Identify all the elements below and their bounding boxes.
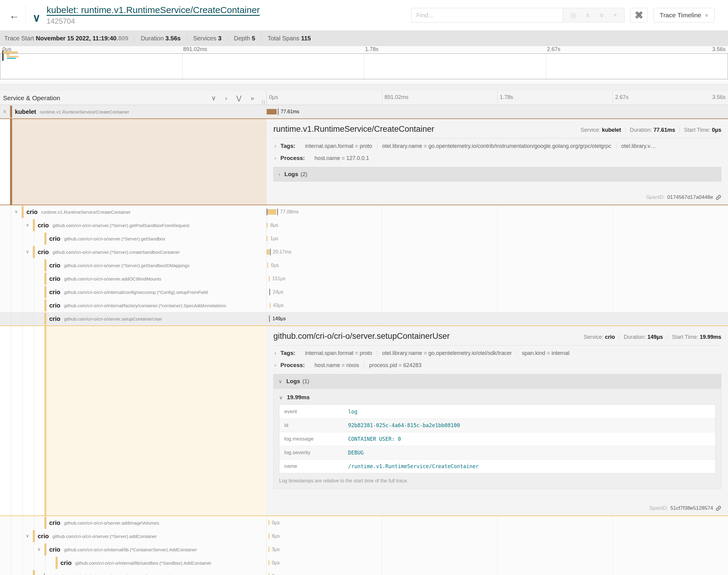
chevron-down-icon[interactable]: ∨: [26, 222, 29, 228]
log-marker: [269, 289, 270, 295]
span-timeline-cell[interactable]: 8μs: [267, 218, 728, 232]
next-match-icon[interactable]: ∨: [599, 11, 604, 19]
column-resize-handle[interactable]: [262, 100, 265, 104]
service-color-bar: [56, 557, 58, 569]
span-row[interactable]: crio github.com/cri-o/cri-o/server.addOC…: [0, 272, 728, 285]
chevron-down-icon[interactable]: ∨: [26, 249, 29, 255]
span-bar[interactable]: [268, 533, 269, 539]
span-timeline-cell[interactable]: 20.17ms: [267, 245, 728, 259]
span-row[interactable]: ∨ crio github.com/cri-o/cri-o/internal/l…: [0, 543, 728, 556]
span-row[interactable]: ∨ crio github.com/cri-o/cri-o/server.(*S…: [0, 530, 728, 543]
span-row-setupcontaineruser[interactable]: crio github.com/cri-o/cri-o/server.setup…: [0, 312, 728, 326]
span-row[interactable]: ∨ crio runtime.v1.RuntimeService/CreateC…: [0, 205, 728, 218]
service-operation-header: Service & Operation ∨ › ⋁ »: [0, 91, 267, 105]
find-input[interactable]: [411, 8, 563, 23]
span-duration: 0μs: [272, 573, 280, 575]
span-row[interactable]: crio github.com/cri-o/cri-o/server.(*Ser…: [0, 232, 728, 245]
span-bar[interactable]: [267, 223, 268, 228]
logs-section[interactable]: ∨ Logs (1): [273, 374, 721, 388]
span-bar[interactable]: [268, 573, 269, 575]
minimap-span: [7, 56, 19, 57]
operation-name: github.com/cri-o/cri-o/server.addOCIBind…: [64, 276, 161, 281]
service-color-bar: [44, 313, 46, 325]
log-marker: [269, 315, 270, 322]
span-row[interactable]: crio github.com/cri-o/cri-o/internal/fac…: [0, 299, 728, 312]
service-name: crio: [38, 249, 49, 256]
prev-match-icon[interactable]: ∧: [585, 11, 590, 19]
collapse-all-icon[interactable]: ⋁: [236, 94, 241, 102]
span-row-kubelet-createcontainer[interactable]: ∨ kubelet runtime.v1.RuntimeService/Crea…: [0, 105, 728, 119]
expand-one-icon[interactable]: ›: [225, 94, 227, 102]
trace-title-link[interactable]: kubelet: runtime.v1.RuntimeService/Creat…: [46, 5, 260, 15]
span-duration: 77.61ms: [280, 109, 299, 114]
span-row[interactable]: crio github.com/cri-o/cri-o/server.(*Ser…: [0, 259, 728, 272]
span-timeline-cell[interactable]: 0μs: [267, 259, 728, 272]
chevron-right-icon: ›: [274, 143, 276, 149]
span-timeline-cell[interactable]: 151μs: [267, 272, 728, 285]
span-bar[interactable]: [268, 547, 269, 552]
log-field-row: name /runtime.v1.RuntimeService/CreateCo…: [279, 459, 715, 473]
trace-minimap[interactable]: 0μs 891.02ms 1.78s 2.67s 3.56s: [0, 46, 728, 83]
view-dropdown[interactable]: Trace Timeline ∨: [653, 8, 715, 23]
collapse-one-icon[interactable]: ∨: [211, 94, 216, 102]
log-marker: [277, 209, 278, 215]
span-timeline-cell[interactable]: 0μs: [267, 556, 728, 570]
link-icon[interactable]: [716, 195, 721, 200]
span-bar[interactable]: [268, 560, 269, 566]
locate-icon[interactable]: ◎: [570, 11, 576, 19]
clear-search-icon[interactable]: ×: [613, 11, 617, 19]
log-timestamp-toggle[interactable]: ∨ 19.99ms: [279, 394, 716, 401]
span-bar[interactable]: [270, 303, 271, 308]
log-entry: ∨ 19.99ms event log id 92b82381-025c-4a6…: [273, 388, 721, 489]
chevron-down-icon[interactable]: ∨: [33, 14, 40, 21]
span-timeline-cell[interactable]: 6μs: [267, 530, 728, 543]
tag: otel.library.name = go.opentelemetry.io/…: [377, 350, 517, 357]
back-icon[interactable]: ←: [4, 9, 24, 21]
span-timeline-cell[interactable]: 43μs: [267, 299, 728, 312]
span-row[interactable]: ∨ crio github.com/cri-o/cri-o/server.(*S…: [0, 245, 728, 259]
span-bar[interactable]: [267, 263, 268, 268]
tags-section[interactable]: › Tags: internal.span.format = proto ote…: [273, 347, 721, 359]
span-timeline-cell[interactable]: 24μs: [267, 285, 728, 299]
span-bar[interactable]: [267, 236, 268, 241]
detail-tint: [46, 326, 267, 515]
minimap-canvas[interactable]: [0, 54, 728, 79]
span-bar[interactable]: [267, 249, 269, 255]
link-icon[interactable]: [716, 505, 721, 511]
expand-all-icon[interactable]: »: [251, 94, 254, 102]
span-timeline-cell[interactable]: 149μs: [267, 312, 728, 326]
span-row[interactable]: crio github.com/cri-o/cri-o/server.addIm…: [0, 516, 728, 530]
span-bar[interactable]: [267, 109, 277, 114]
top-bar: ← ∨ kubelet: runtime.v1.RuntimeService/C…: [0, 0, 728, 30]
span-timeline-cell[interactable]: 0μs: [267, 570, 728, 575]
chevron-right-icon: ›: [274, 363, 276, 368]
span-bar[interactable]: [269, 276, 270, 281]
process-section[interactable]: › Process: host.name = 127.0.0.1: [273, 152, 721, 164]
span-bar[interactable]: [267, 209, 276, 215]
tags-section[interactable]: › Tags: internal.span.format = proto ote…: [273, 140, 721, 152]
operation-name: github.com/cri-o/cri-o/server.(*Server).…: [53, 223, 190, 228]
span-row[interactable]: ∨ crio github.com/cri-o/cri-o/server.(*S…: [0, 218, 728, 232]
span-timeline-cell[interactable]: 1μs: [267, 232, 728, 245]
operation-name: github.com/cri-o/cri-o/internal/lib/sand…: [75, 561, 212, 566]
chevron-down-icon[interactable]: ∨: [26, 533, 29, 539]
keyboard-shortcuts-button[interactable]: ⌘: [630, 8, 648, 23]
service-color-bar: [44, 233, 46, 245]
span-timeline-cell[interactable]: 77.61ms: [267, 105, 728, 119]
detail-tint: [12, 119, 267, 205]
logs-section[interactable]: › Logs (2): [273, 167, 721, 181]
span-row[interactable]: crio github.com/cri-o/cri-o/internal/lib…: [0, 556, 728, 570]
chevron-down-icon[interactable]: ∨: [37, 546, 41, 552]
span-row[interactable]: crio github.com/cri-o/cri-o/server.(*Ser…: [0, 570, 728, 575]
span-timeline-cell[interactable]: 0μs: [267, 516, 728, 530]
span-timeline-cell[interactable]: 77.08ms: [267, 205, 728, 218]
chevron-down-icon[interactable]: ∨: [14, 209, 18, 214]
span-duration: 0μs: [272, 520, 280, 526]
service-color-bar: [44, 517, 46, 529]
span-bar[interactable]: [268, 520, 269, 526]
service-name: crio: [60, 560, 72, 567]
process-section[interactable]: › Process: host.name = nixos process.pid…: [273, 359, 721, 371]
span-row[interactable]: crio github.com/cri-o/cri-o/internal/con…: [0, 285, 728, 299]
chevron-down-icon[interactable]: ∨: [3, 109, 6, 114]
span-timeline-cell[interactable]: 3μs: [267, 543, 728, 556]
